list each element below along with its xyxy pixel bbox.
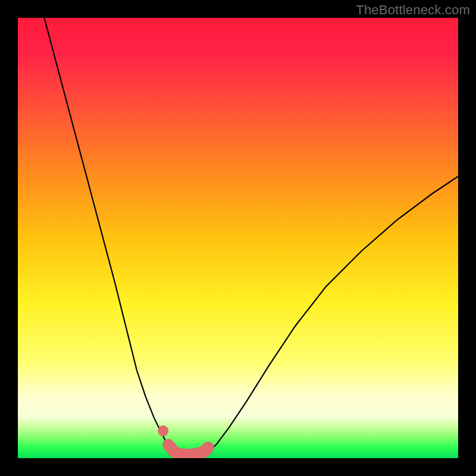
- gradient-background: [18, 18, 458, 458]
- watermark-label: TheBottleneck.com: [356, 2, 470, 18]
- chart-frame: TheBottleneck.com: [0, 0, 476, 476]
- plot-svg: [18, 18, 458, 458]
- plot-area: [18, 18, 458, 458]
- marker-dot: [158, 425, 168, 436]
